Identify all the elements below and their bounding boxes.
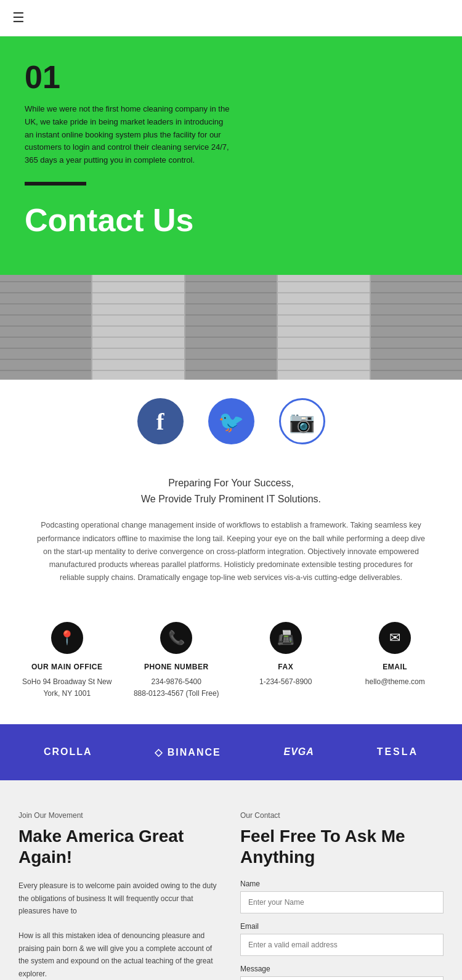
contact-phone: 📞 PHONE NUMBER 234-9876-5400888-0123-456… <box>122 622 232 700</box>
contact-office: 📍 OUR MAIN OFFICE SoHo 94 Broadway St Ne… <box>12 622 122 700</box>
facebook-icon: f <box>156 408 164 435</box>
email-icon-circle: ✉ <box>379 622 411 654</box>
message-textarea[interactable] <box>240 976 444 980</box>
partners-section: CROLLA BINANCE EVGA TESLA <box>0 724 462 780</box>
phone-detail: 234-9876-5400888-0123-4567 (Toll Free) <box>122 676 232 700</box>
email-input[interactable] <box>240 934 444 956</box>
contact-info-section: 📍 OUR MAIN OFFICE SoHo 94 Broadway St Ne… <box>0 591 462 724</box>
social-section: f 🐦 📷 <box>0 380 462 457</box>
hero-section: 01 While we were not the first home clea… <box>0 36 462 275</box>
movement-body1: Every pleasure is to welcome pain avoide… <box>18 880 222 917</box>
contact-email: ✉ EMAIL hello@theme.com <box>341 622 450 700</box>
email-icon: ✉ <box>389 630 400 646</box>
fax-title: FAX <box>231 663 341 671</box>
contact-form-column: Our Contact Feel Free To Ask Me Anything… <box>240 811 444 980</box>
facebook-button[interactable]: f <box>137 398 184 444</box>
instagram-button[interactable]: 📷 <box>279 398 325 444</box>
hero-description: While we were not the first home cleanin… <box>25 103 234 167</box>
hero-number: 01 <box>25 61 437 93</box>
office-title: OUR MAIN OFFICE <box>12 663 122 671</box>
name-label: Name <box>240 880 444 888</box>
location-icon: 📍 <box>59 630 75 646</box>
fax-icon-circle: 📠 <box>270 622 302 654</box>
movement-column: Join Our Movement Make America Great Aga… <box>18 811 222 980</box>
tagline-body: Podcasting operational change management… <box>37 519 425 584</box>
lower-section: Join Our Movement Make America Great Aga… <box>0 780 462 980</box>
fax-detail: 1-234-567-8900 <box>231 676 341 688</box>
office-detail: SoHo 94 Broadway St NewYork, NY 1001 <box>12 676 122 700</box>
form-subtitle: Our Contact <box>240 811 444 820</box>
movement-subtitle: Join Our Movement <box>18 811 222 820</box>
partner-binance: BINANCE <box>155 746 221 758</box>
name-group: Name <box>240 880 444 913</box>
partner-crolla: CROLLA <box>44 746 92 757</box>
twitter-button[interactable]: 🐦 <box>208 398 254 444</box>
header: ☰ <box>0 0 462 36</box>
movement-body2: How is all this mistaken idea of denounc… <box>18 929 222 980</box>
hamburger-menu-icon[interactable]: ☰ <box>12 10 25 25</box>
twitter-icon: 🐦 <box>218 409 244 434</box>
phone-icon-circle: 📞 <box>160 622 192 654</box>
fax-icon: 📠 <box>277 630 294 646</box>
message-label: Message <box>240 965 444 973</box>
instagram-icon: 📷 <box>289 409 315 434</box>
movement-title: Make America Great Again! <box>18 826 222 867</box>
message-group: Message <box>240 965 444 980</box>
contact-fax: 📠 FAX 1-234-567-8900 <box>231 622 341 700</box>
partner-evga: EVGA <box>283 746 314 757</box>
hero-divider <box>25 182 86 186</box>
form-title: Feel Free To Ask Me Anything <box>240 826 444 867</box>
phone-title: PHONE NUMBER <box>122 663 232 671</box>
hero-title: Contact Us <box>25 203 437 238</box>
email-label: Email <box>240 922 444 931</box>
email-group: Email <box>240 922 444 956</box>
tagline-title: Preparing For Your Success, We Provide T… <box>37 475 425 507</box>
phone-icon: 📞 <box>168 630 185 646</box>
email-title: EMAIL <box>341 663 450 671</box>
tagline-section: Preparing For Your Success, We Provide T… <box>0 457 462 590</box>
form-section: Name Email Message Submit <box>240 880 444 980</box>
name-input[interactable] <box>240 891 444 913</box>
office-icon-circle: 📍 <box>51 622 83 654</box>
email-detail: hello@theme.com <box>341 676 450 688</box>
partner-tesla: TESLA <box>377 746 418 757</box>
